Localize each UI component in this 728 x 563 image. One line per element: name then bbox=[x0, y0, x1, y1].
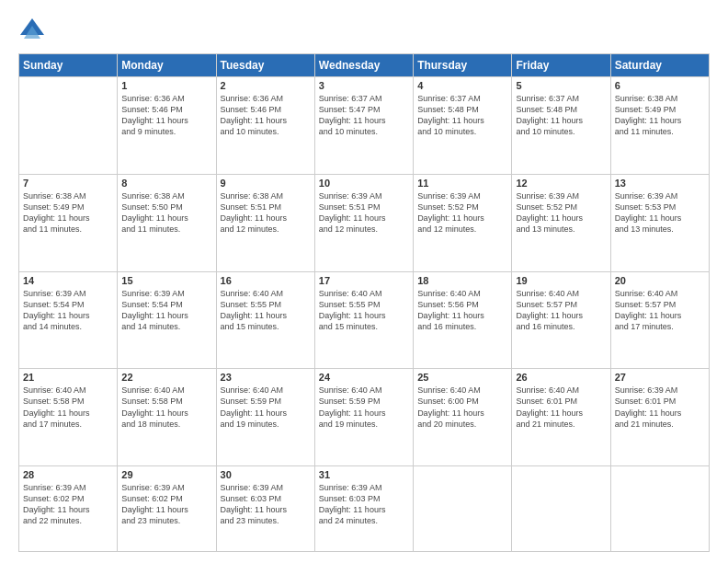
day-number: 17 bbox=[319, 275, 409, 286]
calendar-cell: 12Sunrise: 6:39 AM Sunset: 5:52 PM Dayli… bbox=[512, 174, 610, 271]
day-number: 30 bbox=[221, 469, 311, 480]
day-number: 16 bbox=[221, 275, 311, 286]
day-info: Sunrise: 6:40 AM Sunset: 5:59 PM Dayligh… bbox=[221, 385, 311, 430]
day-number: 1 bbox=[121, 80, 211, 91]
day-info: Sunrise: 6:40 AM Sunset: 5:57 PM Dayligh… bbox=[615, 288, 705, 333]
day-info: Sunrise: 6:36 AM Sunset: 5:46 PM Dayligh… bbox=[121, 93, 211, 138]
week-row-4: 21Sunrise: 6:40 AM Sunset: 5:58 PM Dayli… bbox=[19, 369, 710, 466]
calendar-cell: 26Sunrise: 6:40 AM Sunset: 6:01 PM Dayli… bbox=[512, 369, 610, 466]
day-info: Sunrise: 6:39 AM Sunset: 5:52 PM Dayligh… bbox=[516, 190, 606, 236]
calendar-cell: 31Sunrise: 6:39 AM Sunset: 6:03 PM Dayli… bbox=[314, 466, 413, 552]
day-info: Sunrise: 6:40 AM Sunset: 5:55 PM Dayligh… bbox=[221, 288, 311, 333]
header bbox=[18, 17, 710, 44]
day-number: 23 bbox=[221, 372, 311, 383]
calendar-cell: 5Sunrise: 6:37 AM Sunset: 5:48 PM Daylig… bbox=[512, 77, 610, 175]
calendar-cell: 28Sunrise: 6:39 AM Sunset: 6:02 PM Dayli… bbox=[19, 466, 118, 552]
day-info: Sunrise: 6:37 AM Sunset: 5:48 PM Dayligh… bbox=[516, 93, 606, 138]
day-info: Sunrise: 6:38 AM Sunset: 5:49 PM Dayligh… bbox=[23, 190, 113, 236]
calendar-cell bbox=[414, 466, 512, 552]
day-info: Sunrise: 6:36 AM Sunset: 5:46 PM Dayligh… bbox=[221, 93, 311, 138]
day-number: 4 bbox=[417, 80, 507, 91]
calendar-cell: 4Sunrise: 6:37 AM Sunset: 5:48 PM Daylig… bbox=[414, 77, 512, 175]
day-info: Sunrise: 6:39 AM Sunset: 6:02 PM Dayligh… bbox=[121, 482, 211, 527]
day-info: Sunrise: 6:39 AM Sunset: 5:52 PM Dayligh… bbox=[417, 190, 507, 236]
calendar-header-row: SundayMondayTuesdayWednesdayThursdayFrid… bbox=[19, 54, 710, 77]
day-header-monday: Monday bbox=[118, 54, 216, 77]
week-row-3: 14Sunrise: 6:39 AM Sunset: 5:54 PM Dayli… bbox=[19, 271, 710, 369]
day-number: 14 bbox=[23, 275, 113, 286]
day-info: Sunrise: 6:38 AM Sunset: 5:51 PM Dayligh… bbox=[221, 190, 311, 236]
calendar-cell: 9Sunrise: 6:38 AM Sunset: 5:51 PM Daylig… bbox=[216, 174, 314, 271]
week-row-5: 28Sunrise: 6:39 AM Sunset: 6:02 PM Dayli… bbox=[19, 466, 710, 552]
calendar-table: SundayMondayTuesdayWednesdayThursdayFrid… bbox=[18, 53, 710, 552]
day-number: 11 bbox=[417, 178, 507, 189]
week-row-2: 7Sunrise: 6:38 AM Sunset: 5:49 PM Daylig… bbox=[19, 174, 710, 271]
day-header-thursday: Thursday bbox=[414, 54, 512, 77]
day-number: 10 bbox=[319, 178, 409, 189]
day-info: Sunrise: 6:39 AM Sunset: 5:53 PM Dayligh… bbox=[615, 190, 705, 236]
calendar-cell: 23Sunrise: 6:40 AM Sunset: 5:59 PM Dayli… bbox=[216, 369, 314, 466]
day-info: Sunrise: 6:38 AM Sunset: 5:49 PM Dayligh… bbox=[615, 93, 705, 138]
day-number: 31 bbox=[319, 469, 409, 480]
calendar-cell: 27Sunrise: 6:39 AM Sunset: 6:01 PM Dayli… bbox=[610, 369, 709, 466]
day-number: 25 bbox=[417, 372, 507, 383]
day-number: 26 bbox=[516, 372, 606, 383]
day-number: 12 bbox=[516, 178, 606, 189]
day-number: 24 bbox=[319, 372, 409, 383]
day-info: Sunrise: 6:39 AM Sunset: 6:03 PM Dayligh… bbox=[319, 482, 409, 527]
day-info: Sunrise: 6:40 AM Sunset: 5:56 PM Dayligh… bbox=[417, 288, 507, 333]
day-number: 21 bbox=[23, 372, 113, 383]
day-number: 19 bbox=[516, 275, 606, 286]
day-number: 9 bbox=[221, 178, 311, 189]
day-number: 28 bbox=[23, 469, 113, 480]
day-number: 13 bbox=[615, 178, 705, 189]
day-info: Sunrise: 6:39 AM Sunset: 5:54 PM Dayligh… bbox=[121, 288, 211, 333]
day-info: Sunrise: 6:40 AM Sunset: 5:55 PM Dayligh… bbox=[319, 288, 409, 333]
page: SundayMondayTuesdayWednesdayThursdayFrid… bbox=[0, 0, 728, 563]
day-info: Sunrise: 6:37 AM Sunset: 5:48 PM Dayligh… bbox=[417, 93, 507, 138]
day-number: 29 bbox=[121, 469, 211, 480]
day-number: 5 bbox=[516, 80, 606, 91]
calendar-cell: 30Sunrise: 6:39 AM Sunset: 6:03 PM Dayli… bbox=[216, 466, 314, 552]
calendar-cell: 25Sunrise: 6:40 AM Sunset: 6:00 PM Dayli… bbox=[414, 369, 512, 466]
calendar-cell: 13Sunrise: 6:39 AM Sunset: 5:53 PM Dayli… bbox=[610, 174, 709, 271]
day-info: Sunrise: 6:37 AM Sunset: 5:47 PM Dayligh… bbox=[319, 93, 409, 138]
day-info: Sunrise: 6:40 AM Sunset: 6:00 PM Dayligh… bbox=[417, 385, 507, 430]
calendar-cell: 24Sunrise: 6:40 AM Sunset: 5:59 PM Dayli… bbox=[314, 369, 413, 466]
day-info: Sunrise: 6:39 AM Sunset: 6:02 PM Dayligh… bbox=[23, 482, 113, 527]
day-number: 27 bbox=[615, 372, 705, 383]
day-number: 6 bbox=[615, 80, 705, 91]
day-number: 7 bbox=[23, 178, 113, 189]
day-info: Sunrise: 6:39 AM Sunset: 6:03 PM Dayligh… bbox=[221, 482, 311, 527]
day-info: Sunrise: 6:39 AM Sunset: 5:54 PM Dayligh… bbox=[23, 288, 113, 333]
calendar-cell: 19Sunrise: 6:40 AM Sunset: 5:57 PM Dayli… bbox=[512, 271, 610, 369]
day-number: 3 bbox=[319, 80, 409, 91]
logo-icon bbox=[18, 17, 46, 44]
day-header-tuesday: Tuesday bbox=[216, 54, 314, 77]
calendar-cell: 29Sunrise: 6:39 AM Sunset: 6:02 PM Dayli… bbox=[118, 466, 216, 552]
calendar-cell bbox=[19, 77, 118, 175]
calendar-cell: 14Sunrise: 6:39 AM Sunset: 5:54 PM Dayli… bbox=[19, 271, 118, 369]
day-number: 18 bbox=[417, 275, 507, 286]
week-row-1: 1Sunrise: 6:36 AM Sunset: 5:46 PM Daylig… bbox=[19, 77, 710, 175]
calendar-cell: 3Sunrise: 6:37 AM Sunset: 5:47 PM Daylig… bbox=[314, 77, 413, 175]
day-number: 22 bbox=[121, 372, 211, 383]
day-info: Sunrise: 6:39 AM Sunset: 5:51 PM Dayligh… bbox=[319, 190, 409, 236]
day-number: 2 bbox=[221, 80, 311, 91]
calendar-cell: 1Sunrise: 6:36 AM Sunset: 5:46 PM Daylig… bbox=[118, 77, 216, 175]
calendar-cell bbox=[512, 466, 610, 552]
day-header-friday: Friday bbox=[512, 54, 610, 77]
calendar-cell: 2Sunrise: 6:36 AM Sunset: 5:46 PM Daylig… bbox=[216, 77, 314, 175]
calendar-cell bbox=[610, 466, 709, 552]
calendar-cell: 15Sunrise: 6:39 AM Sunset: 5:54 PM Dayli… bbox=[118, 271, 216, 369]
calendar-cell: 10Sunrise: 6:39 AM Sunset: 5:51 PM Dayli… bbox=[314, 174, 413, 271]
day-info: Sunrise: 6:40 AM Sunset: 5:58 PM Dayligh… bbox=[23, 385, 113, 430]
day-info: Sunrise: 6:39 AM Sunset: 6:01 PM Dayligh… bbox=[615, 385, 705, 430]
day-info: Sunrise: 6:40 AM Sunset: 5:58 PM Dayligh… bbox=[121, 385, 211, 430]
day-info: Sunrise: 6:40 AM Sunset: 5:57 PM Dayligh… bbox=[516, 288, 606, 333]
day-number: 20 bbox=[615, 275, 705, 286]
day-info: Sunrise: 6:40 AM Sunset: 6:01 PM Dayligh… bbox=[516, 385, 606, 430]
day-header-saturday: Saturday bbox=[610, 54, 709, 77]
day-header-wednesday: Wednesday bbox=[314, 54, 413, 77]
day-number: 8 bbox=[121, 178, 211, 189]
